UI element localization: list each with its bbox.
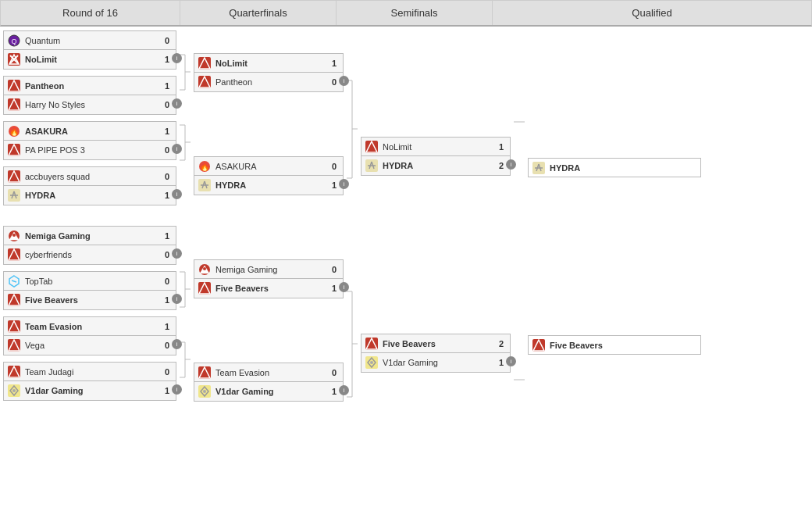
nolimit-logo-sf [365, 140, 379, 154]
sf-match-2: Five Beavers 2 V1dar Gaming 1 i [361, 334, 511, 373]
team-row: V1dar Gaming 1 [361, 353, 511, 373]
info-icon[interactable]: i [339, 282, 349, 292]
team-score: 0 [162, 145, 173, 155]
team-name: Pantheon [25, 81, 162, 91]
hydra-logo-ro16 [7, 188, 21, 202]
qualified-2: Five Beavers [528, 335, 701, 355]
team-name: HYDRA [215, 180, 329, 190]
ro16-bottom-group: Nemiga Gaming 1 cyberfriends 0 i [3, 226, 176, 402]
info-icon[interactable]: i [506, 159, 516, 170]
team-score: 1 [329, 59, 340, 68]
team-score: 0 [329, 162, 340, 171]
team-score: 0 [162, 367, 173, 377]
team-row: Pantheon 0 [194, 73, 344, 92]
hydra-logo-qf [198, 178, 212, 192]
info-icon[interactable]: i [172, 98, 182, 109]
pantheon-logo [7, 79, 21, 93]
team-name: cyberfriends [25, 250, 162, 259]
team-row: Harry No Styles 0 [3, 95, 176, 115]
qualified-team-name: Five Beavers [550, 341, 697, 350]
hydra-logo-sf [365, 159, 379, 173]
ro16-column: Q Quantum 0 NoLimit 1 i [0, 30, 180, 403]
info-icon[interactable]: i [339, 385, 349, 395]
team-score: 1 [162, 231, 173, 241]
ro16-top-group: Q Quantum 0 NoLimit 1 i [3, 30, 176, 207]
team-row: 🔥 ASAKURA 1 [3, 121, 176, 141]
info-icon[interactable]: i [172, 384, 182, 395]
nemiga-logo [7, 229, 21, 243]
team-row: V1dar Gaming 1 [3, 381, 176, 401]
info-icon[interactable]: i [339, 179, 349, 189]
sf-matches: NoLimit 1 HYDRA 2 i [361, 59, 511, 374]
team-row: Nemiga Gaming 1 [3, 226, 176, 245]
team-name: Team Judagi [25, 367, 162, 377]
info-icon[interactable]: i [506, 356, 516, 366]
svg-text:Q: Q [11, 38, 16, 45]
team-row: cyberfriends 0 [3, 245, 176, 265]
ro16-match-7: Team Evasion 1 Vega 0 i [3, 316, 176, 355]
team-row: Five Beavers 1 [194, 279, 344, 298]
team-score: 1 [162, 127, 173, 136]
qualified-team-name: HYDRA [550, 163, 697, 173]
svg-point-37 [12, 389, 16, 392]
team-row: Team Judagi 0 [3, 362, 176, 381]
team-name: NoLimit [215, 59, 329, 68]
info-icon[interactable]: i [172, 189, 182, 199]
team-score: 1 [329, 284, 340, 293]
team-score: 1 [162, 191, 173, 200]
header-ro16: Round of 16 [1, 1, 180, 25]
info-icon[interactable]: i [172, 339, 182, 349]
team-row: Five Beavers [528, 335, 701, 355]
team-name: HYDRA [383, 161, 496, 170]
header-sf: Semifinals [337, 1, 493, 25]
asakura-logo: 🔥 [7, 124, 21, 138]
team-name: NoLimit [25, 55, 162, 64]
team-score: 1 [162, 322, 173, 331]
team-name: Five Beavers [25, 295, 162, 305]
team-score: 2 [496, 339, 507, 348]
team-row: Team Evasion 1 [3, 316, 176, 336]
team-name: Team Evasion [25, 322, 162, 331]
team-name: Quantum [25, 36, 162, 45]
harrynostyles-logo [7, 98, 21, 112]
info-icon[interactable]: i [172, 294, 182, 304]
fivebeavers-logo-q [532, 338, 546, 352]
connector-qf-sf [347, 30, 358, 403]
team-score: 1 [329, 387, 340, 396]
info-icon[interactable]: i [172, 53, 182, 63]
papipe-logo [7, 143, 21, 157]
svg-point-73 [203, 390, 206, 393]
team-row: PA PIPE POS 3 0 [3, 141, 176, 160]
spacer [3, 209, 176, 224]
team-name: HYDRA [25, 191, 162, 200]
teamevasion-logo [7, 320, 21, 334]
info-icon[interactable]: i [339, 76, 349, 86]
team-row: accbuyers squad 0 [3, 166, 176, 186]
qf-match-2: 🔥 ASAKURA 0 HYDRA 1 i [194, 156, 344, 195]
qf-column: NoLimit 1 Pantheon 0 i [191, 30, 347, 403]
stage-headers: Round of 16 Quarterfinals Semifinals Qua… [0, 0, 812, 27]
team-name: Harry No Styles [25, 100, 162, 109]
team-name: Team Evasion [215, 368, 329, 377]
team-score: 0 [329, 368, 340, 377]
nolimit-logo-qf [198, 56, 212, 70]
svg-point-92 [370, 361, 373, 364]
team-score: 1 [162, 295, 173, 305]
nolimit-logo [7, 52, 21, 66]
connector-sf-q [514, 30, 525, 403]
fivebeavers-logo-sf [365, 337, 379, 351]
info-icon[interactable]: i [172, 144, 182, 154]
qf-matches: NoLimit 1 Pantheon 0 i [194, 30, 344, 403]
svg-line-26 [12, 280, 16, 282]
qualified-1: HYDRA [528, 158, 701, 177]
team-score: 2 [496, 161, 507, 170]
team-row: HYDRA 1 [194, 176, 344, 195]
header-q: Qualified [493, 1, 811, 25]
team-score: 1 [162, 81, 173, 91]
team-row: NoLimit 1 [361, 137, 511, 156]
team-row: TopTab 0 [3, 271, 176, 291]
fivebeavers-logo [7, 293, 21, 307]
team-row: NoLimit 1 [194, 53, 344, 73]
info-icon[interactable]: i [172, 248, 182, 259]
team-row: 🔥 ASAKURA 0 [194, 156, 344, 176]
